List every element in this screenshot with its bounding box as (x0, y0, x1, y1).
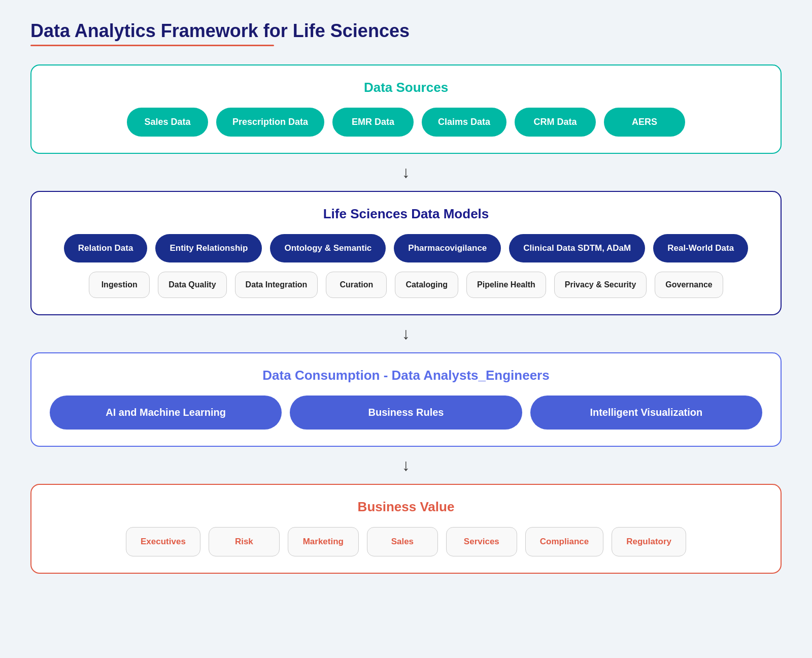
data-consumption-section: Data Consumption - Data Analysts_Enginee… (30, 352, 782, 447)
chip-ontology-semantic[interactable]: Ontology & Semantic (270, 234, 386, 262)
chip-executives[interactable]: Executives (126, 527, 200, 556)
arrow-3: ↓ (30, 447, 782, 484)
data-models-top-chips-row: Relation Data Entity Relationship Ontolo… (50, 234, 762, 262)
data-models-section: Life Sciences Data Models Relation Data … (30, 191, 782, 315)
arrow-2: ↓ (30, 315, 782, 352)
chip-real-world-data[interactable]: Real-World Data (653, 234, 748, 262)
chip-intelligent-viz[interactable]: Intelligent Visualization (530, 396, 762, 430)
chip-entity-relationship[interactable]: Entity Relationship (155, 234, 262, 262)
data-sources-title: Data Sources (50, 80, 762, 95)
chip-pipeline-health[interactable]: Pipeline Health (466, 272, 546, 298)
chip-risk[interactable]: Risk (209, 527, 280, 556)
chip-crm-data[interactable]: CRM Data (515, 108, 596, 137)
chip-ingestion[interactable]: Ingestion (89, 272, 150, 298)
business-value-section: Business Value Executives Risk Marketing… (30, 484, 782, 574)
chip-cataloging[interactable]: Cataloging (395, 272, 458, 298)
data-models-bottom-chips-row: Ingestion Data Quality Data Integration … (50, 272, 762, 298)
chip-business-rules[interactable]: Business Rules (290, 396, 522, 430)
chip-emr-data[interactable]: EMR Data (332, 108, 414, 137)
chip-privacy-security[interactable]: Privacy & Security (554, 272, 647, 298)
page-title: Data Analytics Framework for Life Scienc… (30, 20, 782, 42)
chip-aers[interactable]: AERS (604, 108, 685, 137)
chip-relation-data[interactable]: Relation Data (64, 234, 148, 262)
chip-pharmacovigilance[interactable]: Pharmacovigilance (394, 234, 501, 262)
title-underline (30, 45, 274, 46)
data-sources-section: Data Sources Sales Data Prescription Dat… (30, 64, 782, 154)
chip-regulatory[interactable]: Regulatory (612, 527, 686, 556)
chip-marketing[interactable]: Marketing (288, 527, 359, 556)
chip-claims-data[interactable]: Claims Data (422, 108, 506, 137)
chip-sales[interactable]: Sales (367, 527, 438, 556)
chip-data-quality[interactable]: Data Quality (158, 272, 226, 298)
arrow-1: ↓ (30, 154, 782, 191)
data-consumption-chips-row: AI and Machine Learning Business Rules I… (50, 396, 762, 430)
business-value-title: Business Value (50, 499, 762, 515)
chip-compliance[interactable]: Compliance (525, 527, 603, 556)
chip-governance[interactable]: Governance (655, 272, 723, 298)
chip-ai-ml[interactable]: AI and Machine Learning (50, 396, 282, 430)
chip-data-integration[interactable]: Data Integration (235, 272, 318, 298)
chip-curation[interactable]: Curation (326, 272, 387, 298)
chip-prescription-data[interactable]: Prescription Data (216, 108, 324, 137)
data-sources-chips-row: Sales Data Prescription Data EMR Data Cl… (50, 108, 762, 137)
chip-services[interactable]: Services (446, 527, 517, 556)
chip-clinical-data[interactable]: Clinical Data SDTM, ADaM (509, 234, 645, 262)
chip-sales-data[interactable]: Sales Data (127, 108, 208, 137)
data-consumption-title: Data Consumption - Data Analysts_Enginee… (50, 368, 762, 383)
data-models-title: Life Sciences Data Models (50, 206, 762, 222)
business-value-chips-row: Executives Risk Marketing Sales Services… (50, 527, 762, 556)
